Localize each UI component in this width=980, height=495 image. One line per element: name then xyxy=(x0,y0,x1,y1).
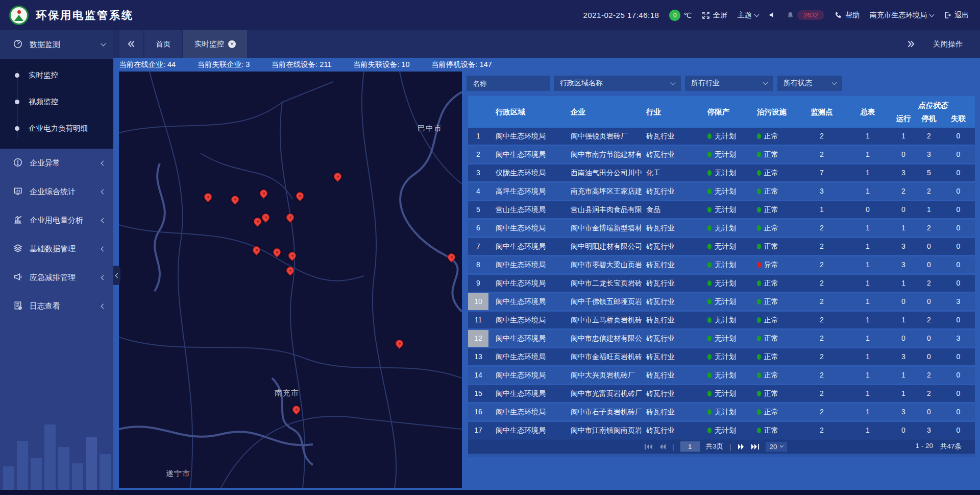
sidebar-collapse-handle[interactable] xyxy=(113,266,120,285)
cell-total-count: 1 xyxy=(845,312,891,328)
row-index-cell: 4 xyxy=(468,183,488,200)
table-row[interactable]: 7阆中生态环境局阆中明阳建材有限公司砖瓦行业无计划正常21300 xyxy=(468,238,975,255)
board-icon xyxy=(13,186,23,197)
cell-run-count: 3 xyxy=(891,348,916,365)
table-body: 1阆中生态环境局阆中强锐页岩砖厂砖瓦行业无计划正常211202阆中生态环境局阆中… xyxy=(468,128,975,466)
notifications[interactable]: 2632 xyxy=(787,10,824,20)
sidebar-item-应急减排管理[interactable]: 应急减排管理 xyxy=(0,263,113,292)
region-select[interactable]: 行政区域名称 xyxy=(554,76,681,91)
table-row[interactable]: 1阆中生态环境局阆中强锐页岩砖厂砖瓦行业无计划正常21120 xyxy=(468,128,975,145)
table-row[interactable]: 3仪陇生态环境局西南油气田分公司川中化工无计划正常71350 xyxy=(468,164,975,181)
table-row[interactable]: 9阆中生态环境局阆中市二龙长宝页岩砖砖瓦行业无计划正常21120 xyxy=(468,275,975,292)
map-marker-pin[interactable] xyxy=(203,192,213,202)
cell-production-status: 无计划 xyxy=(704,146,753,163)
map-panel[interactable]: 巴中市南充市遂宁市 xyxy=(119,72,462,488)
sidebar-item-企业电力负荷明细[interactable]: 企业电力负荷明细 xyxy=(0,115,113,142)
theme-dropdown[interactable]: 主题 xyxy=(738,11,758,20)
map-marker-pin[interactable] xyxy=(258,188,269,199)
row-index-cell: 11 xyxy=(468,312,488,328)
cell-lost-count: 0 xyxy=(942,312,975,328)
tab-close-icon[interactable]: ✕ xyxy=(228,40,236,48)
sidebar-item-企业异常[interactable]: 企业异常 xyxy=(0,149,113,177)
table-row[interactable]: 12阆中生态环境局阆中市忠信建材有限公砖瓦行业无计划正常21003 xyxy=(468,330,975,347)
map-marker-pin[interactable] xyxy=(287,250,298,261)
map-marker-pin[interactable] xyxy=(285,265,296,276)
cell-facility-status: 正常 xyxy=(753,183,799,200)
map-marker-pin[interactable] xyxy=(394,338,405,349)
help-button[interactable]: 帮助 xyxy=(835,11,860,20)
next-page-button[interactable] xyxy=(738,443,745,450)
sidebar-item-实时监控[interactable]: 实时监控 xyxy=(0,62,113,88)
map-marker-pin[interactable] xyxy=(260,212,271,223)
table-row[interactable]: 17阆中生态环境局阆中市江南镇阆南页岩砖瓦行业无计划正常21030 xyxy=(468,422,975,439)
table-row[interactable]: 5营山生态环境局营山县润丰肉食品有限食品无计划正常10010 xyxy=(468,201,975,218)
double-right-arrow-icon[interactable] xyxy=(906,39,916,49)
sidebar-item-视频监控[interactable]: 视频监控 xyxy=(0,88,113,115)
sidebar-item-日志查看[interactable]: 日志查看 xyxy=(0,292,113,320)
log-icon xyxy=(13,301,23,311)
status-dot-icon xyxy=(707,280,712,286)
stats-bar: 当前在线企业: 44当前失联企业: 3当前在线设备: 211当前失联设备: 10… xyxy=(119,58,492,72)
cell-total-count: 1 xyxy=(845,385,891,402)
sidebar-item-企业综合统计[interactable]: 企业综合统计 xyxy=(0,177,113,206)
first-page-button[interactable] xyxy=(644,443,653,450)
pagination-bar: | 共3页 | 20 1 - 20 共47条 xyxy=(468,439,975,454)
app-header: 环保用电监管系统 2021-02-25 17:46:18 0 ℃ 全屏 主题 2… xyxy=(0,0,980,30)
table-row[interactable]: 13阆中生态环境局阆中市金福旺页岩机砖砖瓦行业无计划正常21300 xyxy=(468,348,975,365)
cell-company: 阆中市五马桥页岩机砖 xyxy=(565,312,642,328)
table-row[interactable]: 2阆中生态环境局阆中市南方节能建材有砖瓦行业无计划正常21030 xyxy=(468,146,975,163)
cell-lost-count: 0 xyxy=(942,220,975,237)
cell-facility-status: 正常 xyxy=(753,330,799,347)
page-number-input[interactable] xyxy=(680,441,700,452)
table-row[interactable]: 8阆中生态环境局阆中市枣碧大梁山页岩砖瓦行业无计划异常21300 xyxy=(468,256,975,273)
cell-region: 阆中生态环境局 xyxy=(488,330,565,347)
row-index-cell: 1 xyxy=(468,128,488,145)
table-row[interactable]: 10阆中生态环境局阆中千佛镇五郎垭页岩砖瓦行业无计划正常21003 xyxy=(468,293,975,310)
name-search-input[interactable] xyxy=(467,76,550,91)
tabs-scroll-left-button[interactable] xyxy=(119,30,143,58)
map-marker-pin[interactable] xyxy=(332,171,343,182)
cell-monitor-count: 3 xyxy=(799,183,845,200)
tab-首页[interactable]: 首页 xyxy=(144,30,182,58)
map-marker-pin[interactable] xyxy=(295,191,305,201)
tab-实时监控[interactable]: 实时监控✕ xyxy=(183,30,247,58)
sidebar-item-label: 数据监测 xyxy=(30,40,102,50)
map-marker-pin[interactable] xyxy=(272,247,282,257)
chevron-down-icon xyxy=(780,444,783,447)
org-dropdown[interactable]: 南充市生态环境局 xyxy=(870,11,934,20)
cell-facility-status: 正常 xyxy=(753,275,799,292)
page-size-select[interactable]: 20 xyxy=(766,442,787,452)
cell-monitor-count: 1 xyxy=(799,201,845,218)
table-row[interactable]: 11阆中生态环境局阆中市五马桥页岩机砖砖瓦行业无计划正常21120 xyxy=(468,312,975,328)
previous-page-button[interactable] xyxy=(659,443,666,450)
table-row[interactable]: 14阆中生态环境局阆中大兴页岩机砖厂砖瓦行业无计划正常21120 xyxy=(468,367,975,384)
map-marker-pin[interactable] xyxy=(230,194,240,205)
sidebar-item-基础数据管理[interactable]: 基础数据管理 xyxy=(0,234,113,263)
cell-total-count: 1 xyxy=(845,164,891,181)
cell-total-count: 1 xyxy=(845,128,891,145)
table-row[interactable]: 4高坪生态环境局南充市高坪区王家店建砖瓦行业无计划正常31220 xyxy=(468,183,975,200)
chevron-down-icon xyxy=(929,12,935,17)
last-page-button[interactable] xyxy=(751,443,760,450)
cell-company: 阆中市枣碧大梁山页岩 xyxy=(565,256,642,273)
sound-button[interactable] xyxy=(769,11,776,19)
status-dot-icon xyxy=(757,354,761,360)
row-index-cell: 9 xyxy=(468,275,488,292)
table-row[interactable]: 16阆中生态环境局阆中市石子页岩机砖厂砖瓦行业无计划正常21300 xyxy=(468,404,975,420)
chevron-left-icon xyxy=(101,246,106,251)
map-marker-pin[interactable] xyxy=(446,252,457,263)
industry-select[interactable]: 所有行业 xyxy=(685,76,773,91)
row-index-cell: 13 xyxy=(468,348,488,365)
row-index-cell: 2 xyxy=(468,146,488,163)
sidebar-item-数据监测[interactable]: 数据监测 xyxy=(0,30,113,59)
map-marker-pin[interactable] xyxy=(291,404,302,415)
exit-button[interactable]: 退出 xyxy=(944,11,969,20)
table-row[interactable]: 15阆中生态环境局阆中市光富页岩机砖厂砖瓦行业无计划正常21120 xyxy=(468,385,975,402)
map-marker-pin[interactable] xyxy=(285,212,296,223)
status-select[interactable]: 所有状态 xyxy=(777,76,842,91)
table-row[interactable]: 6阆中生态环境局阆中市金博瑞新型墙材砖瓦行业无计划正常21120 xyxy=(468,220,975,237)
sidebar-item-企业用电量分析[interactable]: 企业用电量分析 xyxy=(0,206,113,234)
fullscreen-button[interactable]: 全屏 xyxy=(702,11,727,20)
close-operations-button[interactable]: 关闭操作 xyxy=(933,39,963,49)
map-marker-pin[interactable] xyxy=(251,245,262,255)
